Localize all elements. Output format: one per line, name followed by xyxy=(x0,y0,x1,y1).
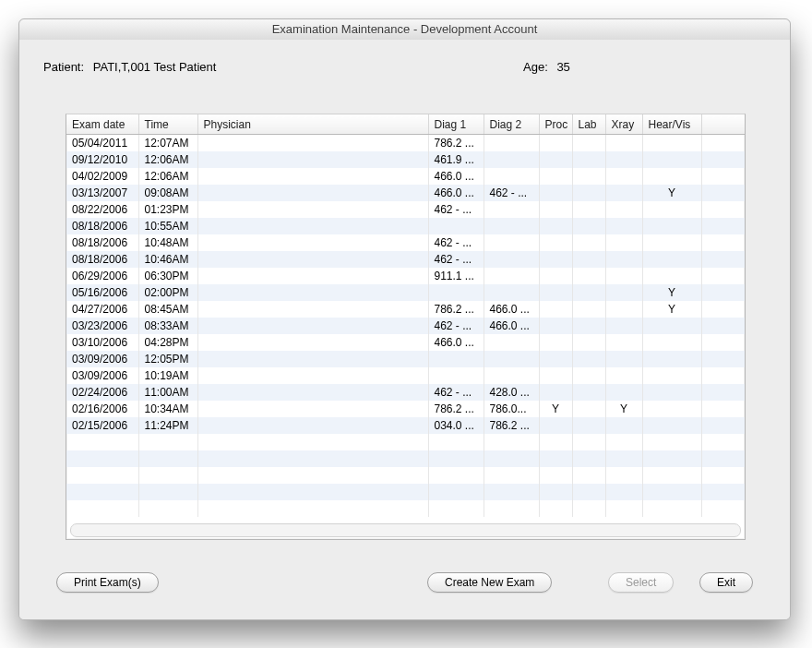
cell-physician xyxy=(197,367,428,384)
table-row[interactable]: 04/02/200912:06AM466.0 ... xyxy=(66,168,745,185)
col-hearvis[interactable]: Hear/Vis xyxy=(642,114,701,135)
cell-empty xyxy=(197,450,428,467)
cell-diag2: 466.0 ... xyxy=(484,301,539,318)
cell-pad xyxy=(701,384,745,401)
cell-empty xyxy=(701,500,745,517)
cell-xray xyxy=(605,301,642,318)
cell-physician xyxy=(197,234,428,251)
cell-pad xyxy=(701,301,745,318)
cell-diag1: 462 - ... xyxy=(428,384,484,401)
cell-hearvis xyxy=(642,151,701,168)
table-row[interactable]: 04/27/200608:45AM786.2 ...466.0 ...Y xyxy=(66,301,745,318)
cell-empty xyxy=(642,467,701,484)
cell-empty xyxy=(539,484,572,500)
table-row[interactable]: 02/24/200611:00AM462 - ...428.0 ... xyxy=(66,384,745,401)
col-diag2[interactable]: Diag 2 xyxy=(484,114,539,135)
cell-time: 01:23PM xyxy=(138,201,197,218)
cell-proc xyxy=(539,151,572,168)
table-row[interactable]: 03/10/200604:28PM466.0 ... xyxy=(66,334,745,351)
col-xray[interactable]: Xray xyxy=(605,114,642,135)
cell-empty xyxy=(197,467,428,484)
col-exam-date[interactable]: Exam date xyxy=(66,114,138,135)
exam-table[interactable]: Exam date Time Physician Diag 1 Diag 2 P… xyxy=(66,114,745,517)
cell-empty xyxy=(138,500,197,517)
cell-empty xyxy=(66,467,138,484)
cell-empty xyxy=(138,450,197,467)
cell-physician xyxy=(197,417,428,434)
table-row[interactable]: 02/15/200611:24PM034.0 ...786.2 ... xyxy=(66,417,745,434)
table-row[interactable]: 08/18/200610:55AM xyxy=(66,218,745,234)
cell-physician xyxy=(197,218,428,234)
col-proc[interactable]: Proc xyxy=(539,114,572,135)
cell-lab xyxy=(572,218,605,234)
table-row[interactable]: 05/04/201112:07AM786.2 ... xyxy=(66,135,745,152)
col-time[interactable]: Time xyxy=(138,114,197,135)
table-row[interactable]: 06/29/200606:30PM911.1 ... xyxy=(66,268,745,284)
cell-pad xyxy=(701,284,745,301)
table-row[interactable]: 08/22/200601:23PM462 - ... xyxy=(66,201,745,218)
table-row[interactable]: 03/13/200709:08AM466.0 ...462 - ...Y xyxy=(66,185,745,201)
cell-diag2 xyxy=(484,234,539,251)
cell-diag2 xyxy=(484,367,539,384)
horizontal-scrollbar[interactable] xyxy=(70,523,741,537)
col-physician[interactable]: Physician xyxy=(197,114,428,135)
button-row: Print Exam(s) Create New Exam Select Exi… xyxy=(56,572,753,596)
cell-empty xyxy=(539,450,572,467)
table-row[interactable]: 08/18/200610:46AM462 - ... xyxy=(66,251,745,268)
cell-lab xyxy=(572,168,605,185)
cell-pad xyxy=(701,351,745,367)
table-row[interactable]: 03/09/200610:19AM xyxy=(66,367,745,384)
print-exams-button[interactable]: Print Exam(s) xyxy=(56,572,159,593)
cell-empty xyxy=(428,500,484,517)
cell-date: 03/10/2006 xyxy=(66,334,138,351)
cell-physician xyxy=(197,351,428,367)
cell-pad xyxy=(701,201,745,218)
cell-empty xyxy=(701,434,745,450)
cell-physician xyxy=(197,401,428,417)
cell-time: 10:55AM xyxy=(138,218,197,234)
cell-pad xyxy=(701,135,745,152)
cell-lab xyxy=(572,401,605,417)
col-lab[interactable]: Lab xyxy=(572,114,605,135)
cell-date: 03/23/2006 xyxy=(66,318,138,334)
cell-empty xyxy=(484,467,539,484)
cell-pad xyxy=(701,268,745,284)
cell-hearvis xyxy=(642,168,701,185)
cell-pad xyxy=(701,318,745,334)
patient-name: PATI,T,001 Test Patient xyxy=(93,60,217,74)
cell-diag1: 462 - ... xyxy=(428,318,484,334)
cell-time: 04:28PM xyxy=(138,334,197,351)
cell-date: 04/27/2006 xyxy=(66,301,138,318)
cell-diag2 xyxy=(484,268,539,284)
cell-empty xyxy=(539,467,572,484)
cell-proc: Y xyxy=(539,401,572,417)
table-row[interactable]: 03/09/200612:05PM xyxy=(66,351,745,367)
cell-time: 11:00AM xyxy=(138,384,197,401)
window: Examination Maintenance - Development Ac… xyxy=(18,18,791,620)
cell-diag1: 461.9 ... xyxy=(428,151,484,168)
cell-diag2: 786.2 ... xyxy=(484,417,539,434)
cell-hearvis xyxy=(642,417,701,434)
cell-date: 02/15/2006 xyxy=(66,417,138,434)
cell-empty xyxy=(642,500,701,517)
table-row[interactable]: 05/16/200602:00PMY xyxy=(66,284,745,301)
cell-hearvis xyxy=(642,367,701,384)
cell-date: 02/24/2006 xyxy=(66,384,138,401)
cell-proc xyxy=(539,301,572,318)
cell-xray xyxy=(605,367,642,384)
create-new-exam-button[interactable]: Create New Exam xyxy=(427,572,552,593)
col-diag1[interactable]: Diag 1 xyxy=(428,114,484,135)
cell-xray xyxy=(605,151,642,168)
table-row[interactable]: 02/16/200610:34AM786.2 ...786.0...YY xyxy=(66,401,745,417)
exit-button[interactable]: Exit xyxy=(699,572,753,593)
table-row[interactable]: 09/12/201012:06AM461.9 ... xyxy=(66,151,745,168)
cell-hearvis xyxy=(642,401,701,417)
cell-empty xyxy=(197,484,428,500)
cell-lab xyxy=(572,251,605,268)
table-row[interactable]: 08/18/200610:48AM462 - ... xyxy=(66,234,745,251)
table-row[interactable]: 03/23/200608:33AM462 - ...466.0 ... xyxy=(66,318,745,334)
cell-diag2: 462 - ... xyxy=(484,185,539,201)
cell-diag2 xyxy=(484,151,539,168)
cell-date: 03/13/2007 xyxy=(66,185,138,201)
cell-time: 10:46AM xyxy=(138,251,197,268)
